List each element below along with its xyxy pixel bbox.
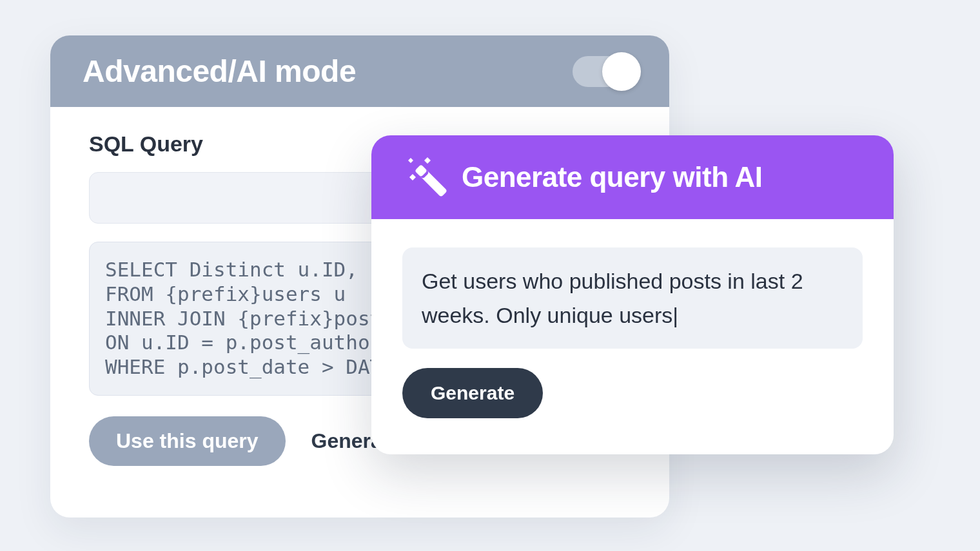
ai-mode-toggle[interactable]: [573, 56, 637, 87]
advanced-mode-header: Advanced/AI mode: [50, 35, 669, 107]
magic-wand-icon: [402, 155, 447, 200]
advanced-mode-title: Advanced/AI mode: [83, 53, 356, 89]
use-this-query-button[interactable]: Use this query: [89, 416, 286, 466]
generate-ai-header: Generate query with AI: [371, 135, 894, 219]
toggle-knob: [602, 52, 641, 91]
generate-ai-title: Generate query with AI: [462, 161, 763, 193]
generate-button[interactable]: Generate: [402, 368, 543, 418]
ai-prompt-input[interactable]: Get users who published posts in last 2 …: [402, 247, 863, 349]
ai-prompt-text: Get users who published posts in last 2 …: [422, 269, 803, 327]
generate-ai-body: Get users who published posts in last 2 …: [371, 219, 894, 454]
generate-ai-card: Generate query with AI Get users who pub…: [371, 135, 894, 454]
